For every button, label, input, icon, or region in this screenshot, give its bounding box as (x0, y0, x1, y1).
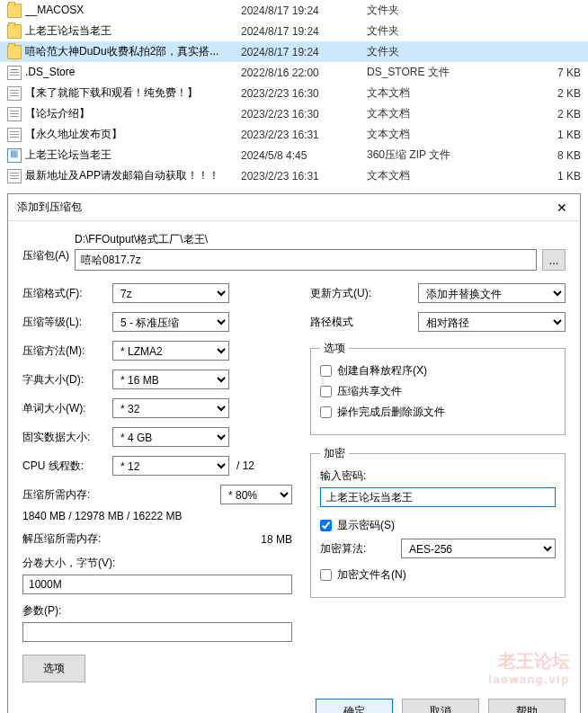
sfx-checkbox[interactable] (320, 365, 332, 377)
enc-filenames-label: 加密文件名(N) (337, 567, 406, 583)
solid-label: 固实数据大小: (22, 430, 112, 445)
table-row[interactable]: 【论坛介绍】2023/2/23 16:30文本文档2 KB (0, 103, 588, 124)
password-label: 输入密码: (320, 468, 556, 484)
table-row[interactable]: .DS_Store2022/8/16 22:00DS_STORE 文件7 KB (0, 62, 588, 83)
archive-path-text: D:\FFOutput\格式工厂\老王\ (75, 232, 566, 247)
file-icon (7, 86, 22, 101)
archive-label: 压缩包(A) (22, 232, 69, 263)
method-label: 压缩方法(M): (22, 343, 112, 359)
table-row[interactable]: 【永久地址发布页】2023/2/23 16:31文本文档1 KB (0, 124, 588, 145)
browse-button[interactable]: ... (542, 249, 566, 271)
solid-select[interactable]: * 4 GB (112, 427, 229, 447)
enc-method-select[interactable]: AES-256 (401, 539, 556, 558)
zip-icon (7, 148, 22, 163)
table-row[interactable]: 最新地址及APP请发邮箱自动获取！！！2023/2/23 16:31文本文档1 … (0, 165, 588, 186)
file-icon (7, 128, 22, 142)
format-select[interactable]: 7z (112, 283, 229, 303)
show-password-checkbox[interactable] (320, 520, 332, 531)
level-label: 压缩等级(L): (22, 315, 112, 330)
mem-comp-label: 压缩所需内存: (22, 487, 220, 503)
pathmode-select[interactable]: 相对路径 (418, 312, 566, 332)
help-button[interactable]: 帮助 (488, 699, 566, 713)
folder-icon (7, 4, 22, 18)
cpu-select[interactable]: * 12 (112, 456, 229, 476)
folder-icon (7, 24, 22, 39)
file-icon (7, 169, 22, 183)
mem-comp-text: 1840 MB / 12978 MB / 16222 MB (22, 510, 292, 522)
word-label: 单词大小(W): (22, 401, 112, 416)
format-label: 压缩格式(F): (22, 286, 112, 301)
archive-filename-input[interactable] (75, 249, 537, 271)
share-label: 压缩共享文件 (337, 384, 402, 399)
password-input[interactable] (320, 487, 556, 507)
enc-method-label: 加密算法: (320, 541, 401, 557)
delete-label: 操作完成后删除源文件 (337, 405, 445, 420)
encryption-fieldset: 加密 输入密码: 显示密码(S) 加密算法:AES-256 加密文件名(N) (310, 446, 566, 598)
update-select[interactable]: 添加并替换文件 (418, 283, 566, 303)
table-row[interactable]: __MACOSX2024/8/17 19:24文件夹 (0, 0, 588, 21)
delete-checkbox[interactable] (320, 406, 332, 418)
ok-button[interactable]: 确定 (316, 699, 393, 713)
params-input[interactable] (22, 622, 292, 642)
options-button[interactable]: 选项 (22, 655, 85, 682)
cpu-total: / 12 (236, 459, 254, 472)
mem-pct-select[interactable]: * 80% (220, 485, 292, 504)
method-select[interactable]: * LZMA2 (112, 341, 229, 361)
params-label: 参数(P): (22, 603, 292, 619)
table-row[interactable]: 嘻哈范大神DuDu收费私拍2部，真实搭...2024/8/17 19:24文件夹 (0, 41, 588, 62)
encryption-legend: 加密 (320, 446, 349, 461)
table-row[interactable]: 【来了就能下载和观看！纯免费！】2023/2/23 16:30文本文档2 KB (0, 83, 588, 103)
folder-icon (7, 45, 22, 59)
share-checkbox[interactable] (320, 386, 332, 397)
word-select[interactable]: * 32 (112, 398, 229, 418)
mem-decomp-value: 18 MB (261, 533, 292, 546)
mem-decomp-label: 解压缩所需内存: (22, 531, 101, 547)
split-label: 分卷大小，字节(V): (22, 556, 292, 571)
options-fieldset: 选项 创建自释放程序(X) 压缩共享文件 操作完成后删除源文件 (310, 341, 566, 435)
file-list: __MACOSX2024/8/17 19:24文件夹上老王论坛当老王2024/8… (0, 0, 588, 186)
cancel-button[interactable]: 取消 (402, 699, 479, 713)
file-icon (7, 66, 22, 80)
options-legend: 选项 (320, 341, 349, 356)
table-row[interactable]: 上老王论坛当老王2024/8/17 19:24文件夹 (0, 21, 588, 41)
sfx-label: 创建自释放程序(X) (337, 363, 427, 379)
show-password-label: 显示密码(S) (337, 518, 395, 533)
pathmode-label: 路径模式 (310, 315, 418, 330)
close-icon[interactable]: ✕ (553, 201, 571, 215)
level-select[interactable]: 5 - 标准压缩 (112, 312, 229, 332)
dialog-title: 添加到压缩包 (17, 200, 82, 215)
dict-label: 字典大小(D): (22, 372, 112, 388)
update-label: 更新方式(U): (310, 286, 418, 301)
table-row[interactable]: 上老王论坛当老王2024/5/8 4:45360压缩 ZIP 文件8 KB (0, 145, 588, 165)
cpu-label: CPU 线程数: (22, 459, 112, 474)
file-icon (7, 107, 22, 121)
enc-filenames-checkbox[interactable] (320, 569, 332, 581)
split-input[interactable] (22, 575, 292, 594)
archive-dialog: 添加到压缩包 ✕ 压缩包(A) D:\FFOutput\格式工厂\老王\ ...… (7, 193, 581, 713)
dict-select[interactable]: * 16 MB (112, 370, 229, 389)
